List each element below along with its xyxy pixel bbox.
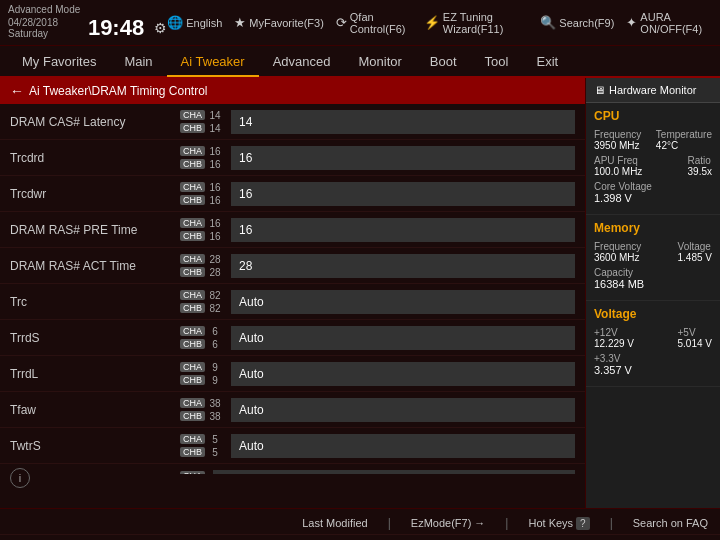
settings-icon[interactable]: ⚙ [154, 20, 167, 36]
chb-label: CHB [180, 339, 205, 349]
setting-value[interactable]: 28 [231, 254, 575, 278]
table-row: TrrdSCHA6CHB6Auto [0, 320, 585, 356]
qfan-label: Qfan Control(F6) [350, 11, 412, 35]
v12-value: 12.229 V [594, 338, 634, 349]
mem-volt-label: Voltage [678, 241, 712, 252]
setting-name: TrrdL [10, 367, 180, 381]
hot-keys-btn[interactable]: Hot Keys ? [528, 517, 589, 530]
tab-exit[interactable]: Exit [522, 48, 572, 77]
ez-tuning-label: EZ Tuning Wizard(F11) [443, 11, 529, 35]
cha-value: 5 [207, 434, 223, 445]
chb-value: 6 [207, 339, 223, 350]
setting-value[interactable]: 16 [231, 146, 575, 170]
hw-monitor-title: Hardware Monitor [609, 84, 696, 96]
my-favorites-btn[interactable]: ★ MyFavorite(F3) [234, 15, 324, 30]
v12-label: +12V [594, 327, 634, 338]
aura-btn[interactable]: ✦ AURA ON/OFF(F4) [626, 11, 712, 35]
setting-name: TrrdS [10, 331, 180, 345]
monitor-icon: 🖥 [594, 84, 605, 96]
setting-value[interactable]: 16 [231, 218, 575, 242]
setting-value[interactable]: Auto [231, 326, 575, 350]
channel-badges: CHA82CHB82 [180, 290, 223, 314]
ez-mode-btn[interactable]: EzMode(F7) → [411, 517, 486, 529]
back-arrow[interactable]: ← [10, 83, 24, 99]
setting-value[interactable]: 16 [231, 182, 575, 206]
channel-badges: CHA14CHB14 [180, 110, 223, 134]
info-button[interactable]: i [10, 468, 30, 488]
mode-label: Advanced Mode [8, 4, 167, 15]
table-row: DRAM CAS# LatencyCHA14CHB1414 [0, 104, 585, 140]
setting-name: Trcdrd [10, 151, 180, 165]
search-label: Search(F9) [559, 17, 614, 29]
tab-monitor[interactable]: Monitor [345, 48, 416, 77]
cha-label: CHA [180, 398, 205, 408]
cha-value: 38 [207, 398, 223, 409]
v5-value: 5.014 V [678, 338, 712, 349]
channel-badges: CHA16CHB16 [180, 146, 223, 170]
cpu-section-title: CPU [594, 109, 712, 123]
hot-keys-badge: ? [576, 517, 590, 530]
right-panel: 🖥 Hardware Monitor CPU Frequency 3950 MH… [585, 78, 720, 508]
table-row: TrcCHA82CHB82Auto [0, 284, 585, 320]
divider3: | [610, 516, 613, 530]
fan-icon: ⟳ [336, 15, 347, 30]
title-section: Advanced Mode 04/28/2018 Saturday 19:48 … [8, 4, 167, 41]
mem-freq-row: Frequency 3600 MHz Voltage 1.485 V [594, 241, 712, 263]
cha-label: CHA [180, 182, 205, 192]
mem-capacity-row: Capacity 16384 MB [594, 267, 712, 290]
mem-volt-value: 1.485 V [678, 252, 712, 263]
tab-my-favorites[interactable]: My Favorites [8, 48, 110, 77]
channel-badges: CHA5CHB5 [180, 434, 223, 458]
cha-label: CHA [180, 218, 205, 228]
language-selector[interactable]: 🌐 English [167, 15, 222, 30]
cha-value: 16 [207, 146, 223, 157]
chb-label: CHB [180, 447, 205, 457]
tab-advanced[interactable]: Advanced [259, 48, 345, 77]
setting-name: DRAM RAS# ACT Time [10, 259, 180, 273]
memory-section-title: Memory [594, 221, 712, 235]
setting-name: Trcdwr [10, 187, 180, 201]
tab-main[interactable]: Main [110, 48, 166, 77]
channel-badges: CHA16CHB16 [180, 182, 223, 206]
core-volt-value: 1.398 V [594, 192, 712, 204]
tab-ai-tweaker[interactable]: Ai Tweaker [167, 48, 259, 77]
tab-boot[interactable]: Boot [416, 48, 471, 77]
setting-value[interactable]: Auto [231, 290, 575, 314]
lightning-icon: ⚡ [424, 15, 440, 30]
cpu-apu-row: APU Freq 100.0 MHz Ratio 39.5x [594, 155, 712, 177]
aura-icon: ✦ [626, 15, 637, 30]
search-faq-btn[interactable]: Search on FAQ [633, 517, 708, 529]
setting-value[interactable]: 14 [231, 110, 575, 134]
chb-label: CHB [180, 375, 205, 385]
qfan-control-btn[interactable]: ⟳ Qfan Control(F6) [336, 11, 412, 35]
last-modified-btn[interactable]: Last Modified [302, 517, 367, 529]
copyright: Version 2.17.1246. Copyright (C) 2018 Am… [0, 535, 720, 540]
ez-mode-label: EzMode(F7) [411, 517, 472, 529]
date-text: 04/28/2018 Saturday [8, 17, 80, 39]
chb-value: 9 [207, 375, 223, 386]
globe-icon: 🌐 [167, 15, 183, 30]
search-btn[interactable]: 🔍 Search(F9) [540, 15, 614, 30]
setting-value[interactable]: Auto [213, 470, 575, 475]
chb-value: 38 [207, 411, 223, 422]
ez-tuning-btn[interactable]: ⚡ EZ Tuning Wizard(F11) [424, 11, 529, 35]
cha-label: CHA [180, 471, 205, 475]
mem-cap-label: Capacity [594, 267, 712, 278]
cha-value: 82 [207, 290, 223, 301]
main-area: ← Ai Tweaker\DRAM Timing Control DRAM CA… [0, 78, 720, 508]
v5-label: +5V [678, 327, 712, 338]
chb-value: 5 [207, 447, 223, 458]
cpu-freq-value: 3950 MHz [594, 140, 641, 151]
chb-label: CHB [180, 231, 205, 241]
apu-freq-value: 100.0 MHz [594, 166, 642, 177]
memory-section: Memory Frequency 3600 MHz Voltage 1.485 … [586, 215, 720, 301]
setting-value[interactable]: Auto [231, 434, 575, 458]
top-bar: Advanced Mode 04/28/2018 Saturday 19:48 … [0, 0, 720, 46]
cha-label: CHA [180, 254, 205, 264]
setting-value[interactable]: Auto [231, 398, 575, 422]
tab-tool[interactable]: Tool [471, 48, 523, 77]
channel-badges: CHA16CHB16 [180, 218, 223, 242]
chb-value: 16 [207, 195, 223, 206]
setting-value[interactable]: Auto [231, 362, 575, 386]
breadcrumb: ← Ai Tweaker\DRAM Timing Control [0, 78, 585, 104]
